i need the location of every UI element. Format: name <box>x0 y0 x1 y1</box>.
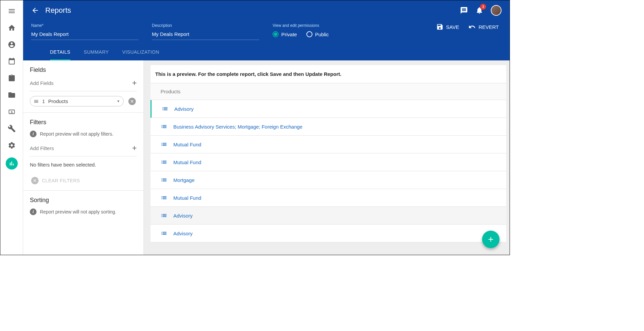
gear-icon[interactable] <box>7 141 16 150</box>
config-sidebar: Fields Add Fields + 1 Products ▼ <box>23 60 144 255</box>
field-chip[interactable]: 1 Products ▼ <box>30 96 124 106</box>
calendar-icon[interactable] <box>7 57 16 66</box>
row-label: Advisory <box>173 213 193 219</box>
radio-unchecked-icon <box>306 31 312 37</box>
nav-rail: $ <box>0 0 23 255</box>
save-icon <box>436 23 444 31</box>
table-row[interactable]: Advisory <box>151 100 506 118</box>
save-label: SAVE <box>446 24 459 30</box>
avatar[interactable] <box>491 5 502 16</box>
row-label: Mutual Fund <box>173 195 201 201</box>
add-filters-label: Add Filters <box>30 145 54 151</box>
reports-icon[interactable] <box>6 157 18 170</box>
menu-icon[interactable] <box>7 6 16 16</box>
plus-icon: + <box>132 78 137 88</box>
radio-public-label: Public <box>315 32 329 37</box>
filters-info: Report preview will not apply filters. <box>40 131 113 137</box>
sorting-info: Report preview will not apply sorting. <box>40 209 116 215</box>
clear-filters-label: CLEAR FILTERS <box>42 178 80 183</box>
row-label: Business Advisory Services; Mortgage; Fo… <box>173 124 302 130</box>
chat-icon[interactable] <box>460 6 468 14</box>
chevron-down-icon: ▼ <box>117 99 120 103</box>
row-label: Advisory <box>173 231 193 236</box>
money-icon[interactable]: $ <box>7 107 16 116</box>
description-input[interactable] <box>152 30 259 40</box>
add-fields-button[interactable]: Add Fields + <box>30 78 137 91</box>
revert-button[interactable]: REVERT <box>468 23 499 31</box>
no-filters-text: No filters have been selected. <box>30 162 137 168</box>
tab-details[interactable]: DETAILS <box>50 49 70 60</box>
revert-icon <box>468 23 476 31</box>
plus-icon: + <box>132 143 137 153</box>
list-icon <box>161 123 167 130</box>
row-label: Mutual Fund <box>173 142 201 147</box>
preview-panel: This is a preview. For the complete repo… <box>144 60 510 255</box>
page-title: Reports <box>45 6 71 15</box>
header: Reports 3 Name* <box>23 0 510 60</box>
sorting-title: Sorting <box>30 197 137 204</box>
tab-visualization[interactable]: VISUALIZATION <box>122 49 159 60</box>
list-icon <box>161 159 167 166</box>
notification-badge: 3 <box>480 4 486 10</box>
name-label: Name* <box>31 23 138 28</box>
save-button[interactable]: SAVE <box>436 23 459 31</box>
list-icon <box>161 177 167 183</box>
add-filters-button[interactable]: Add Filters + <box>30 143 137 156</box>
row-label: Mortgage <box>173 177 194 183</box>
table-row[interactable]: Advisory <box>151 225 506 242</box>
table-row[interactable]: Mutual Fund <box>151 136 506 153</box>
radio-private-label: Private <box>281 32 297 37</box>
preview-message: This is a preview. For the complete repo… <box>151 65 506 83</box>
info-icon: i <box>30 131 37 137</box>
permissions-label: View and edit permissions <box>273 23 329 28</box>
name-input[interactable] <box>31 30 138 40</box>
table-row[interactable]: Mutual Fund <box>151 189 506 207</box>
wrench-icon[interactable] <box>7 124 16 133</box>
chip-label: Products <box>48 98 113 104</box>
fab-add-button[interactable]: + <box>482 231 500 248</box>
filters-title: Filters <box>30 119 137 126</box>
description-label: Description <box>152 23 259 28</box>
table-row[interactable]: Mutual Fund <box>151 153 506 171</box>
table-row[interactable]: Business Advisory Services; Mortgage; Fo… <box>151 118 506 136</box>
chip-number: 1 <box>42 99 45 104</box>
folder-icon[interactable] <box>7 90 16 100</box>
radio-private[interactable]: Private <box>273 31 297 37</box>
bell-icon[interactable]: 3 <box>475 6 483 14</box>
list-icon <box>161 230 167 237</box>
close-icon: ✕ <box>31 177 39 184</box>
list-icon <box>161 141 167 148</box>
row-label: Advisory <box>174 106 194 112</box>
person-icon[interactable] <box>7 40 16 49</box>
fields-title: Fields <box>30 66 137 74</box>
clipboard-icon[interactable] <box>7 74 16 83</box>
table-row[interactable]: Mortgage <box>151 171 506 189</box>
table-row[interactable]: Advisory <box>151 207 506 225</box>
list-icon <box>161 212 167 219</box>
back-button[interactable] <box>31 6 39 14</box>
home-icon[interactable] <box>7 23 16 33</box>
add-fields-label: Add Fields <box>30 80 54 86</box>
svg-text:$: $ <box>11 110 12 114</box>
clear-filters-button[interactable]: ✕ CLEAR FILTERS <box>30 177 137 184</box>
table-column-header: Products <box>151 83 506 100</box>
info-icon: i <box>30 208 37 215</box>
radio-public[interactable]: Public <box>306 31 329 37</box>
row-label: Mutual Fund <box>173 159 201 165</box>
list-icon <box>162 105 168 112</box>
remove-field-button[interactable]: ✕ <box>128 98 136 105</box>
revert-label: REVERT <box>478 24 499 30</box>
drag-icon <box>34 99 39 104</box>
tab-summary[interactable]: SUMMARY <box>84 49 109 60</box>
list-icon <box>161 194 167 201</box>
radio-checked-icon <box>273 31 279 37</box>
